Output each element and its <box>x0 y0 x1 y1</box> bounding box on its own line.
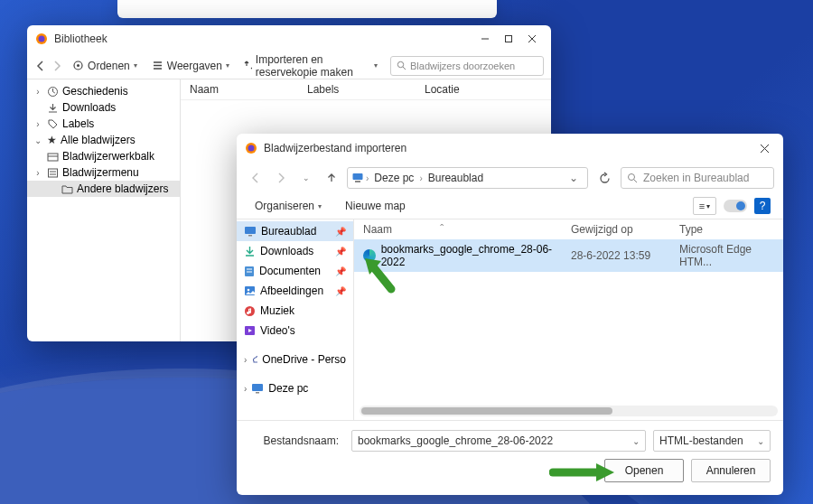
menu-folder-icon <box>47 167 59 179</box>
tree-other-bookmarks[interactable]: Andere bladwijzers <box>27 181 180 197</box>
tree-downloads[interactable]: Downloads <box>27 99 180 116</box>
col-location[interactable]: Locatie <box>425 83 542 96</box>
minimize-button[interactable] <box>473 29 497 49</box>
svg-rect-14 <box>48 154 58 161</box>
filename-label: Bestandsnaam: <box>249 434 344 447</box>
col-labels[interactable]: Labels <box>307 83 425 96</box>
dialog-footer: Bestandsnaam: bookmarks_google_chrome_28… <box>237 421 783 491</box>
folder-icon <box>61 183 73 195</box>
onedrive-icon <box>251 355 257 364</box>
help-icon[interactable]: ? <box>754 198 771 214</box>
search-icon <box>397 61 406 70</box>
svg-rect-36 <box>252 384 263 391</box>
svg-point-7 <box>77 64 79 67</box>
breadcrumb[interactable]: › Deze pc › Bureaublad ⌄ <box>347 167 588 189</box>
view-mode-button[interactable]: ≡ ▾ <box>693 197 716 215</box>
list-icon <box>152 60 164 71</box>
svg-rect-28 <box>248 235 252 237</box>
refresh-button[interactable] <box>593 168 615 188</box>
tree-labels[interactable]: › Labels <box>27 116 180 132</box>
crumb-this-pc[interactable]: Deze pc <box>370 172 417 184</box>
organize-button[interactable]: Organiseren ▾ <box>249 198 327 214</box>
desktop-icon <box>244 226 257 237</box>
file-list[interactable]: Naam ˆ Gewijzigd op Type bookmarks_googl… <box>354 219 783 420</box>
col-name[interactable]: Naam ˆ <box>363 223 571 236</box>
side-onedrive[interactable]: › OneDrive - Perso <box>237 350 353 369</box>
svg-rect-23 <box>353 173 363 180</box>
forward-button[interactable] <box>51 57 63 75</box>
open-button[interactable]: Openen <box>604 459 684 482</box>
chevron-down-icon: ⌄ <box>757 436 764 446</box>
horizontal-scrollbar[interactable] <box>360 406 778 416</box>
chevron-down-icon: ⌄ <box>632 436 640 446</box>
download-icon <box>244 246 256 257</box>
import-icon <box>244 60 252 71</box>
tree-all-bookmarks[interactable]: ⌄ ★ Alle bladwijzers <box>27 132 180 148</box>
filename-input[interactable]: bookmarks_google_chrome_28-06-2022 ⌄ <box>351 430 646 452</box>
svg-point-20 <box>248 145 255 152</box>
side-pictures[interactable]: Afbeeldingen📌 <box>237 281 353 301</box>
side-downloads[interactable]: Downloads📌 <box>237 241 353 261</box>
recent-dropdown[interactable]: ⌄ <box>296 168 316 188</box>
side-music[interactable]: Muziek <box>237 301 353 321</box>
close-button[interactable] <box>520 29 544 49</box>
dialog-nav: ⌄ › Deze pc › Bureaublad ⌄ Zoeken in Bur… <box>237 163 783 193</box>
tree-bookmark-toolbar[interactable]: Bladwijzerwerkbalk <box>27 148 180 164</box>
firefox-icon <box>34 32 49 46</box>
import-menu[interactable]: Importeren en reservekopie maken ▾ <box>238 51 383 80</box>
this-pc-icon <box>251 383 264 394</box>
organize-menu[interactable]: Ordenen ▾ <box>67 58 143 74</box>
side-this-pc[interactable]: › Deze pc <box>237 378 353 398</box>
svg-rect-37 <box>256 392 259 394</box>
tree-history[interactable]: › Geschiedenis <box>27 83 180 99</box>
col-modified[interactable]: Gewijzigd op <box>571 223 679 236</box>
views-menu[interactable]: Weergaven ▾ <box>146 58 235 74</box>
side-videos[interactable]: Video's <box>237 321 353 341</box>
filetype-filter[interactable]: HTML-bestanden ⌄ <box>653 430 771 452</box>
search-icon <box>627 173 638 183</box>
library-title: Bibliotheek <box>54 33 107 45</box>
crumb-dropdown[interactable]: ⌄ <box>564 172 584 184</box>
tag-icon <box>47 118 59 130</box>
dialog-titlebar[interactable]: Bladwijzerbestand importeren <box>237 134 783 163</box>
video-icon <box>244 325 256 336</box>
svg-rect-27 <box>245 227 256 234</box>
svg-point-1 <box>39 36 45 42</box>
dialog-up-button[interactable] <box>322 168 341 188</box>
side-desktop[interactable]: Bureaublad📌 <box>237 221 353 241</box>
dialog-title: Bladwijzerbestand importeren <box>264 142 406 154</box>
preview-toggle[interactable] <box>724 200 747 212</box>
history-icon <box>47 86 59 98</box>
dialog-back-button[interactable] <box>246 168 266 188</box>
dialog-forward-button[interactable] <box>271 168 291 188</box>
back-button[interactable] <box>34 57 47 75</box>
file-dialog: Bladwijzerbestand importeren ⌄ › Deze pc… <box>237 134 783 495</box>
library-search[interactable]: Bladwijzers doorzoeken <box>390 56 544 76</box>
file-modified: 28-6-2022 13:59 <box>571 249 679 262</box>
col-name[interactable]: Naam <box>190 83 307 96</box>
this-pc-icon <box>351 172 364 184</box>
col-type[interactable]: Type <box>679 223 774 236</box>
maximize-button[interactable] <box>497 29 520 49</box>
dialog-close-button[interactable] <box>752 138 776 158</box>
file-row[interactable]: bookmarks_google_chrome_28-06-2022 28-6-… <box>354 239 783 272</box>
library-titlebar[interactable]: Bibliotheek <box>27 25 551 52</box>
dialog-sidebar: Bureaublad📌 Downloads📌 Documenten📌 Afbee… <box>237 219 354 420</box>
new-folder-button[interactable]: Nieuwe map <box>340 198 411 214</box>
svg-rect-16 <box>49 169 58 177</box>
svg-line-26 <box>634 180 638 183</box>
side-documents[interactable]: Documenten📌 <box>237 261 353 281</box>
music-icon <box>244 305 256 317</box>
toolbar-folder-icon <box>47 151 59 163</box>
cancel-button[interactable]: Annuleren <box>691 459 771 482</box>
library-tree: › Geschiedenis Downloads › Labels ⌄ ★ Al… <box>27 79 181 341</box>
tree-bookmark-menu[interactable]: › Bladwijzermenu <box>27 164 180 181</box>
dialog-search[interactable]: Zoeken in Bureaublad <box>621 167 774 189</box>
gear-icon <box>72 60 84 71</box>
library-toolbar: Ordenen ▾ Weergaven ▾ Importeren en rese… <box>27 52 551 79</box>
svg-rect-3 <box>506 36 512 42</box>
download-icon <box>47 102 59 114</box>
svg-point-33 <box>248 289 250 292</box>
file-type: Microsoft Edge HTM... <box>679 243 774 268</box>
crumb-desktop[interactable]: Bureaublad <box>425 172 487 184</box>
